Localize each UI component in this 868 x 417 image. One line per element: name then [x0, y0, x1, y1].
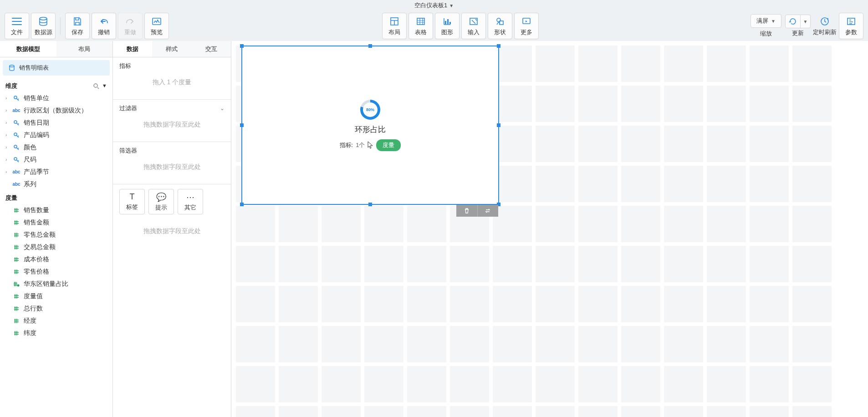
widget-metric-label: 指标:	[340, 141, 353, 149]
refresh-button-wrap: ▼ 更新	[785, 13, 811, 39]
undo-button[interactable]: 撤销	[92, 13, 116, 39]
refresh-button[interactable]	[785, 15, 801, 28]
mark-label-button[interactable]: T标签	[119, 189, 145, 214]
measures-header: 度量	[0, 190, 112, 204]
expand-icon[interactable]: ›	[5, 157, 12, 162]
file-button[interactable]: 文件	[5, 13, 29, 39]
chevron-down-icon: ▼	[771, 19, 776, 24]
mark-tooltip-button[interactable]: 💬提示	[148, 189, 174, 214]
measure-field[interactable]: 经度	[0, 315, 112, 327]
measure-field[interactable]: 销售金额	[0, 216, 112, 229]
cursor-icon	[368, 141, 373, 149]
key-icon	[12, 157, 21, 163]
model-item[interactable]: 销售明细表	[3, 60, 110, 76]
dim-field[interactable]: abc系列	[0, 178, 112, 190]
svg-rect-4	[445, 21, 446, 24]
titlebar[interactable]: 空白仪表板1 ▼	[0, 0, 868, 11]
donut-chart-icon: 80%	[360, 100, 380, 120]
svg-rect-3	[417, 18, 424, 25]
refresh-dropdown[interactable]: ▼	[801, 15, 811, 28]
hash-icon	[12, 232, 21, 238]
search-icon[interactable]	[93, 83, 99, 89]
expand-icon[interactable]: ›	[5, 108, 12, 113]
speech-icon: 💬	[156, 192, 166, 202]
widget-delete-button[interactable]	[456, 205, 477, 217]
mark-dropzone[interactable]: 拖拽数据字段至此处	[113, 219, 231, 244]
expand-icon[interactable]: ›	[5, 132, 12, 137]
abc-icon: abc	[12, 108, 21, 113]
clock-icon	[819, 15, 831, 27]
hash-geo-icon	[12, 281, 21, 287]
measure-field[interactable]: 纬度	[0, 327, 112, 339]
separator	[60, 17, 61, 35]
tab-interaction[interactable]: 交互	[192, 41, 231, 57]
measure-field[interactable]: 成本价格	[0, 253, 112, 265]
dim-field[interactable]: ›颜色	[0, 141, 112, 153]
key-icon	[12, 132, 21, 138]
svg-rect-5	[447, 19, 449, 24]
dim-field[interactable]: ›销售日期	[0, 117, 112, 129]
model-name: 销售明细表	[19, 64, 49, 72]
field-label: 成本价格	[24, 255, 49, 264]
measure-field[interactable]: 交易总金额	[0, 241, 112, 253]
sfilter-dropzone[interactable]: 拖拽数据字段至此处	[119, 155, 225, 179]
datasource-button[interactable]: 数据源	[31, 13, 56, 39]
canvas[interactable]: 80% 环形占比 指标: 1个 度量	[231, 41, 868, 417]
field-label: 华东区销量占比	[24, 280, 68, 288]
dashboard-title: 空白仪表板1	[414, 1, 447, 10]
dim-field[interactable]: ›abc行政区划（数据级次）	[0, 104, 112, 117]
measure-field[interactable]: 销售数量	[0, 204, 112, 216]
measure-field[interactable]: 华东区销量占比	[0, 278, 112, 290]
shape-button[interactable]: 形状	[488, 13, 512, 39]
chevron-down-icon[interactable]: ▼	[102, 83, 107, 89]
swap-icon	[485, 208, 491, 214]
dim-field[interactable]: ›产品编码	[0, 129, 112, 141]
hash-icon	[12, 269, 21, 275]
chart-button[interactable]: 图形	[435, 13, 460, 39]
redo-button: 重做	[118, 13, 143, 39]
more-button[interactable]: 更多	[514, 13, 539, 39]
field-label: 经度	[24, 317, 36, 325]
field-label: 颜色	[24, 143, 36, 152]
dim-field[interactable]: ›尺码	[0, 153, 112, 166]
widget-metric-count: 1个	[356, 141, 365, 149]
expand-icon[interactable]: ›	[5, 145, 12, 150]
tab-data[interactable]: 数据	[113, 41, 152, 57]
measure-field[interactable]: 零售价格	[0, 265, 112, 278]
tab-layout[interactable]: 布局	[56, 41, 113, 57]
params-button[interactable]: 参数	[839, 13, 863, 39]
shape-icon	[494, 15, 506, 27]
filter-dropzone[interactable]: 拖拽数据字段至此处	[119, 112, 225, 137]
metric-dropzone[interactable]: 拖入 1 个度量	[119, 70, 225, 95]
text-icon: T	[130, 192, 135, 202]
mark-other-button[interactable]: ⋯其它	[178, 189, 203, 214]
preview-button[interactable]: 预览	[144, 13, 169, 39]
layout-icon	[388, 15, 400, 27]
widget-ring-ratio[interactable]: 80% 环形占比 指标: 1个 度量	[241, 46, 499, 205]
expand-icon[interactable]: ›	[5, 96, 12, 101]
widget-settings-button[interactable]	[477, 205, 499, 217]
save-icon	[71, 15, 83, 27]
field-label: 行政区划（数据级次）	[24, 107, 87, 115]
tab-data-model[interactable]: 数据模型	[0, 41, 56, 57]
zoom-dropdown[interactable]: 满屏 ▼	[751, 14, 781, 28]
preview-icon	[151, 15, 163, 27]
chevron-down-icon[interactable]: ⌄	[220, 105, 225, 112]
trash-icon	[464, 208, 470, 214]
dimensions-header: 维度 ▼	[0, 78, 112, 92]
chevron-down-icon: ▼	[449, 3, 454, 8]
layout-button[interactable]: 布局	[382, 13, 407, 39]
measure-field[interactable]: 度量值	[0, 290, 112, 302]
dim-field[interactable]: ›销售单位	[0, 92, 112, 104]
measure-tag[interactable]: 度量	[376, 139, 401, 151]
table-button[interactable]: 表格	[408, 13, 433, 39]
measure-field[interactable]: 零售总金额	[0, 229, 112, 241]
timed-refresh-button[interactable]: 定时刷新	[812, 13, 837, 39]
save-button[interactable]: 保存	[65, 13, 90, 39]
dim-field[interactable]: ›abc产品季节	[0, 166, 112, 178]
expand-icon[interactable]: ›	[5, 169, 12, 174]
measure-field[interactable]: 总行数	[0, 302, 112, 315]
expand-icon[interactable]: ›	[5, 120, 12, 125]
tab-style[interactable]: 样式	[152, 41, 191, 57]
input-button[interactable]: 输入	[461, 13, 486, 39]
